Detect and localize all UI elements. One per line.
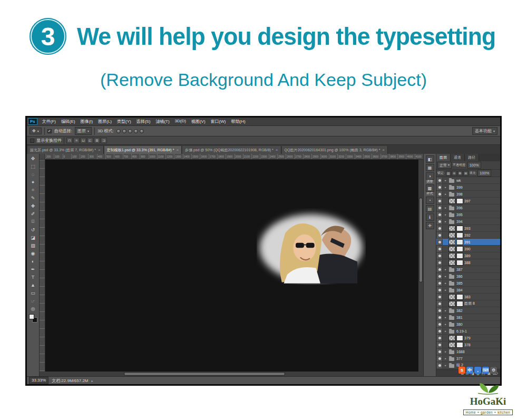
align-bottom-icon[interactable]: ⊔ [80, 138, 86, 143]
layer-row[interactable]: ▸ 图层 8 [436, 300, 500, 307]
visibility-toggle-icon[interactable] [437, 349, 443, 355]
close-icon[interactable]: × [176, 148, 179, 152]
panel-tab[interactable]: 通道 [451, 154, 465, 161]
adjustments-panel-icon[interactable]: ◑ 调整 [426, 172, 434, 183]
layer-row[interactable]: ▸ 382 [436, 307, 500, 314]
align-top-icon[interactable]: ⊓ [66, 138, 73, 143]
visibility-toggle-icon[interactable] [437, 356, 443, 362]
document-image[interactable] [56, 169, 396, 339]
visibility-toggle-icon[interactable] [437, 184, 443, 190]
menu-item[interactable]: 3D(D) [172, 119, 189, 124]
history-panel-icon[interactable]: ◔ [426, 197, 434, 204]
eraser-tool[interactable]: ◪ [28, 233, 38, 241]
expand-arrow-icon[interactable]: ▸ [444, 316, 447, 319]
hand-tool[interactable]: ☞ [28, 297, 38, 305]
menu-item[interactable]: 窗口(W) [208, 119, 229, 124]
3d-orbit-icon[interactable] [116, 129, 121, 133]
styles-panel-icon[interactable]: ▩ 样式 [426, 184, 434, 196]
marquee-tool[interactable]: ⬚ [28, 162, 38, 170]
navigator-panel-icon[interactable]: ✛ [426, 222, 434, 229]
workspace-switcher[interactable]: 基本功能 ▾ [472, 127, 497, 135]
layer-row[interactable]: ▸ 385 [436, 280, 500, 287]
layer-row[interactable]: ▸ 379 [436, 335, 500, 341]
menu-item[interactable]: 帮助(H) [229, 119, 248, 124]
lock-transparency-icon[interactable]: ▨ [446, 171, 451, 176]
3d-scale-icon[interactable] [140, 129, 144, 133]
healing-brush-tool[interactable]: ✚ [28, 202, 38, 210]
visibility-toggle-icon[interactable] [437, 280, 443, 286]
zoom-level-field[interactable]: 33.33% [29, 377, 48, 384]
expand-arrow-icon[interactable]: ▸ [444, 309, 447, 312]
layer-row[interactable]: ▸ 397 [436, 198, 500, 204]
visibility-toggle-icon[interactable] [437, 301, 443, 307]
expand-arrow-icon[interactable]: ▸ [444, 323, 447, 326]
visibility-toggle-icon[interactable] [437, 328, 443, 334]
visibility-toggle-icon[interactable] [437, 363, 443, 368]
scrollbar-thumb[interactable] [124, 372, 285, 376]
close-icon[interactable]: × [382, 148, 385, 152]
expand-arrow-icon[interactable]: ▸ [444, 364, 447, 367]
layer-row[interactable]: ▸ 6.19-1 [436, 328, 500, 335]
expand-arrow-icon[interactable]: ▸ [444, 275, 447, 278]
document-tab[interactable]: QQ图片20200620164301.png @ 100% (椭圆 3, RGB… [282, 146, 388, 154]
shape-tool[interactable]: ▭ [28, 289, 38, 297]
scrollbar-thumb[interactable] [419, 198, 423, 282]
crop-tool[interactable]: ⌗ [28, 186, 38, 194]
3d-slide-icon[interactable] [134, 129, 138, 133]
layer-row[interactable]: ▸ 390 [436, 246, 500, 252]
history-brush-tool[interactable]: ↺ [28, 226, 38, 233]
visibility-toggle-icon[interactable] [437, 246, 443, 252]
expand-arrow-icon[interactable]: ▸ [444, 281, 447, 285]
layer-row[interactable]: ▸ 384 [436, 287, 500, 294]
auto-select-checkbox[interactable]: ✓ [47, 129, 52, 133]
menu-item[interactable]: 图层(L) [95, 119, 114, 124]
layer-row[interactable]: ▸ 380 [436, 321, 500, 328]
layer-row[interactable]: ▸ 388 [436, 259, 500, 266]
quick-select-tool[interactable]: ✦ [28, 178, 38, 186]
visibility-toggle-icon[interactable] [437, 212, 443, 218]
layer-row[interactable]: ▸ 389 [436, 252, 500, 259]
ime-keyboard-icon[interactable]: ⌨ [482, 367, 489, 374]
visibility-toggle-icon[interactable] [437, 369, 443, 370]
visibility-toggle-icon[interactable] [437, 308, 443, 314]
auto-select-dropdown[interactable]: 图层 ▾ [75, 127, 92, 135]
sogou-icon[interactable]: S [458, 367, 465, 374]
layer-row[interactable]: ▸ 394 [436, 218, 500, 225]
lock-pixels-icon[interactable]: ✛ [452, 171, 457, 176]
layer-row[interactable]: ▸ 395 [436, 211, 500, 218]
visibility-toggle-icon[interactable] [437, 191, 443, 197]
properties-panel-icon[interactable]: ▤ [426, 205, 434, 212]
layer-row[interactable]: ▸ 393 [436, 225, 500, 232]
opacity-value[interactable]: 100% [467, 162, 481, 169]
close-icon[interactable]: × [98, 148, 101, 152]
expand-arrow-icon[interactable]: ▸ [444, 192, 447, 196]
visibility-toggle-icon[interactable] [437, 219, 443, 224]
menu-item[interactable]: 视图(V) [189, 119, 208, 124]
horizontal-scrollbar[interactable] [40, 372, 423, 376]
visibility-toggle-icon[interactable] [437, 321, 443, 327]
layer-row[interactable]: ▸ 391 [436, 239, 500, 246]
expand-arrow-icon[interactable]: ▸ [444, 350, 447, 353]
expand-arrow-icon[interactable]: ▸ [444, 268, 447, 271]
3d-pan-icon[interactable] [128, 129, 132, 133]
layer-row[interactable]: ▸ 399 [436, 184, 500, 191]
document-tab[interactable]: 步骤.psd @ 50% (QQ截图20200622101908, RGB/8)… [182, 146, 281, 154]
lasso-tool[interactable]: ◌ [28, 170, 38, 178]
panel-tab[interactable]: 路径 [465, 154, 479, 161]
fill-value[interactable]: 100% [477, 170, 491, 177]
color-swatches[interactable] [29, 314, 37, 323]
canvas[interactable] [45, 160, 418, 372]
ime-settings-icon[interactable]: ⚙ [490, 367, 497, 374]
document-tab[interactable]: 定制模板1.psd @ 33.3% (391, RGB/8#) * × [104, 146, 182, 154]
align-right-icon[interactable]: ⊐ [101, 138, 107, 143]
menu-item[interactable]: 文件(F) [40, 119, 58, 124]
foreground-color-swatch[interactable] [29, 314, 34, 319]
layer-row[interactable]: ▸ 387 [436, 266, 500, 273]
ime-mode-icon[interactable]: 中 [466, 367, 473, 374]
visibility-toggle-icon[interactable] [437, 267, 443, 272]
layer-row[interactable]: ▸ 1688 [436, 348, 500, 355]
visibility-toggle-icon[interactable] [437, 260, 443, 266]
layer-row[interactable]: ▸ 398 [436, 191, 500, 198]
panel-tab[interactable]: 图层 [436, 154, 451, 161]
expand-arrow-icon[interactable]: ▸ [444, 179, 447, 182]
